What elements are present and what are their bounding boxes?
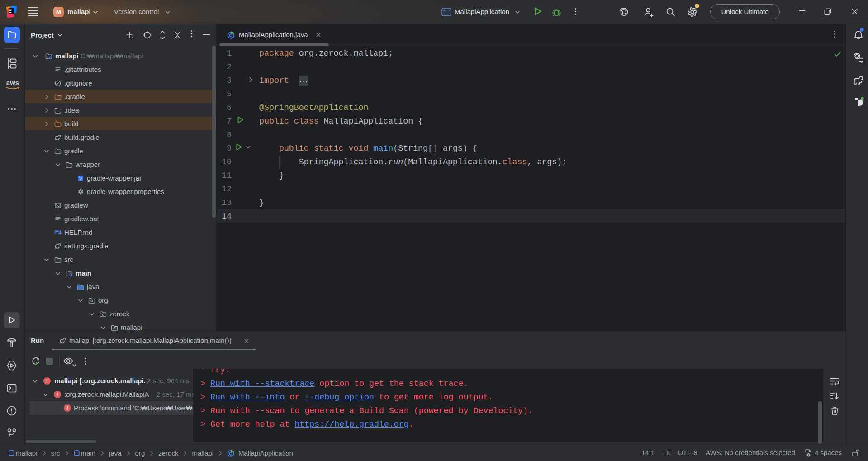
svg-text:IJ: IJ <box>9 9 12 11</box>
